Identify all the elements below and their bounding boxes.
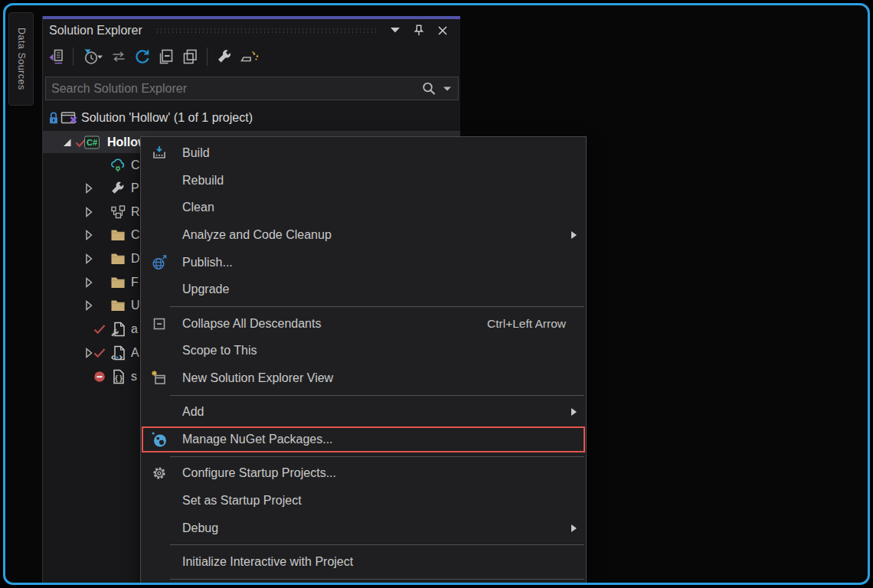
menu-item-label: Collapse All Descendants (182, 317, 321, 331)
config-file-icon (110, 321, 126, 338)
menu-item-shortcut: Ctrl+Left Arrow (487, 317, 566, 331)
build-icon (150, 144, 168, 162)
tree-item-label: F (131, 276, 139, 289)
window-position-button[interactable] (387, 23, 403, 38)
menu-item-label: Debug (182, 521, 218, 535)
folder-icon (110, 227, 126, 243)
menu-separator (141, 392, 586, 399)
expander-closed-icon[interactable] (80, 250, 97, 267)
solution-icon (60, 109, 78, 126)
tree-item-label: C (131, 158, 140, 172)
panel-title: Solution Explorer (49, 24, 142, 38)
toolbar-separator (73, 47, 74, 66)
preview-selected-items-icon[interactable] (239, 46, 260, 67)
menu-item-label: Build (182, 146, 210, 160)
menu-item-label: Initialize Interactive with Project (182, 555, 353, 569)
menu-item-scope-to-this[interactable]: Scope to This (141, 337, 586, 364)
submenu-arrow-icon (571, 524, 577, 532)
close-button[interactable] (435, 23, 450, 38)
expander-closed-icon[interactable] (80, 180, 97, 197)
nuget-icon (150, 430, 168, 449)
submenu-arrow-icon (571, 408, 577, 416)
menu-item-debug[interactable]: Debug (141, 514, 586, 542)
menu-separator (141, 303, 586, 310)
menu-item-label: New Solution Explorer View (182, 371, 333, 385)
menu-item-publish[interactable]: Publish... (141, 249, 586, 276)
sync-with-active-document-icon[interactable] (47, 46, 65, 67)
connected-services-icon (110, 157, 126, 174)
submenu-arrow-icon (571, 231, 577, 239)
blocked-icon (92, 369, 107, 384)
context-menu: BuildRebuildCleanAnalyze and Code Cleanu… (140, 136, 587, 585)
menu-item-label: Clean (182, 201, 214, 214)
tree-item-label: R (131, 205, 140, 219)
folder-icon (110, 274, 126, 291)
menu-item-initialize-interactive-with-project[interactable]: Initialize Interactive with Project (141, 548, 586, 576)
references-icon (110, 204, 126, 220)
search-dropdown-icon[interactable] (443, 86, 452, 92)
tree-item-label: A (131, 346, 139, 360)
menu-item-rebuild[interactable]: Rebuild (141, 167, 586, 194)
pin-button[interactable] (411, 23, 427, 38)
show-all-files-icon[interactable] (181, 46, 199, 67)
expander-closed-icon[interactable] (80, 297, 97, 314)
tree-item-label: U (131, 299, 140, 312)
titlebar-drag-texture (155, 28, 378, 34)
tree-item-label: a (131, 322, 138, 336)
tree-item-label: D (131, 252, 140, 266)
tree-item-label: s (131, 370, 137, 384)
checked-out-icon (92, 345, 107, 361)
menu-item-label: Publish... (182, 256, 233, 270)
svg-text:{ }: { } (115, 374, 123, 382)
csharp-project-icon: C# (84, 136, 100, 149)
menu-item-set-as-startup-project[interactable]: Set as Startup Project (141, 487, 586, 514)
xaml-file-icon (110, 345, 126, 361)
menu-item-clean[interactable]: Clean (141, 194, 586, 221)
new-view-icon (150, 369, 168, 387)
menu-separator (141, 576, 586, 583)
collapse-descendants-icon (150, 315, 168, 333)
menu-item-label: Configure Startup Projects... (182, 466, 336, 480)
folder-icon (110, 250, 126, 267)
refresh-icon[interactable] (133, 46, 152, 67)
menu-item-upgrade[interactable]: Upgrade (141, 276, 586, 303)
properties-icon[interactable] (215, 46, 234, 67)
menu-item-new-solution-explorer-view[interactable]: New Solution Explorer View (141, 364, 586, 392)
tree-row-solution[interactable]: Solution 'Hollow' (1 of 1 project) (43, 107, 460, 129)
menu-item-manage-nuget-packages[interactable]: Manage NuGet Packages... (141, 426, 586, 453)
side-tab-data-sources[interactable]: Data Sources (8, 12, 34, 106)
menu-item-add[interactable]: Add (141, 398, 586, 426)
pending-changes-filter-icon[interactable] (81, 46, 104, 67)
menu-item-build[interactable]: Build (141, 139, 586, 167)
menu-item-label: Add (182, 405, 204, 419)
checked-out-icon (92, 322, 107, 337)
toolbar-separator (207, 47, 208, 66)
menu-item-label: Scope to This (182, 344, 257, 358)
lock-icon (46, 110, 61, 126)
panel-toolbar (43, 41, 460, 72)
publish-icon (150, 253, 168, 272)
search-input[interactable] (51, 82, 415, 96)
expander-closed-icon[interactable] (80, 204, 97, 220)
menu-item-analyze-and-code-cleanup[interactable]: Analyze and Code Cleanup (141, 221, 586, 249)
menu-separator (141, 453, 586, 460)
panel-titlebar[interactable]: Solution Explorer (43, 19, 460, 41)
csharp-badge: C# (84, 136, 100, 149)
properties-icon (110, 180, 126, 197)
menu-item-label: Upgrade (182, 283, 229, 296)
side-tab-label: Data Sources (16, 28, 27, 90)
collapse-all-icon[interactable] (157, 46, 175, 67)
search-box[interactable] (45, 77, 459, 100)
switch-views-icon[interactable] (110, 46, 128, 67)
tree-item-label: C (131, 228, 140, 242)
folder-icon (110, 297, 126, 314)
menu-item-label: Manage NuGet Packages... (182, 433, 333, 446)
expander-closed-icon[interactable] (80, 274, 97, 291)
search-icon[interactable] (420, 80, 437, 97)
expander-closed-icon[interactable] (80, 227, 97, 243)
menu-item-collapse-all-descendants[interactable]: Collapse All DescendantsCtrl+Left Arrow (141, 310, 586, 338)
menu-item-label: Set as Startup Project (182, 494, 302, 508)
menu-item-configure-startup-projects[interactable]: Configure Startup Projects... (141, 459, 586, 487)
gear-icon (150, 464, 168, 482)
menu-separator (141, 541, 586, 548)
